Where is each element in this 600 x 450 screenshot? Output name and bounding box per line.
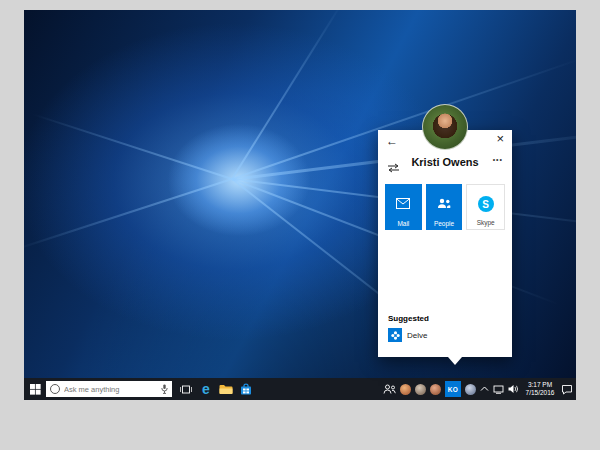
store-icon <box>240 383 252 395</box>
screenshot-frame: e <box>0 0 600 450</box>
more-options-button[interactable]: ••• <box>493 156 503 163</box>
people-bar-icon[interactable] <box>383 384 396 394</box>
people-flyout: ← × Kristi Owens ••• Mail <box>378 130 512 357</box>
taskbar-clock[interactable]: 3:17 PM 7/15/2016 <box>523 381 557 398</box>
mail-app-tile[interactable]: Mail <box>385 184 422 230</box>
back-button[interactable]: ← <box>386 135 398 147</box>
app-tiles: Mail People S Skype <box>385 184 505 230</box>
delve-label: Delve <box>407 331 427 340</box>
task-view-icon <box>179 384 193 395</box>
pinned-contact-ko-badge[interactable]: KO <box>445 381 461 397</box>
skype-icon: S <box>478 196 494 212</box>
suggested-item-delve[interactable]: Delve <box>388 328 427 342</box>
pinned-contact-avatar[interactable] <box>465 384 476 395</box>
pinned-contact-avatar[interactable] <box>415 384 426 395</box>
edge-icon: e <box>202 382 210 396</box>
network-icon[interactable] <box>493 385 504 394</box>
people-tile-label: People <box>426 220 463 227</box>
people-icon <box>437 195 451 213</box>
file-explorer-button[interactable] <box>216 378 236 400</box>
folder-icon <box>219 384 233 395</box>
task-view-button[interactable] <box>176 378 196 400</box>
pinned-contact-avatar[interactable] <box>430 384 441 395</box>
windows-logo-icon <box>30 384 41 395</box>
taskbar: e <box>24 378 576 400</box>
mail-tile-label: Mail <box>385 220 422 227</box>
pinned-contact-avatar[interactable] <box>400 384 411 395</box>
cortana-search-box[interactable] <box>46 381 172 397</box>
start-button[interactable] <box>24 378 46 400</box>
action-center-icon[interactable] <box>561 384 573 395</box>
chevron-up-icon[interactable] <box>480 386 489 392</box>
mail-icon <box>396 195 410 213</box>
volume-icon[interactable] <box>508 384 519 394</box>
skype-app-tile[interactable]: S Skype <box>466 184 505 230</box>
system-tray: KO 3:17 PM 7/15/2016 <box>383 378 576 400</box>
switch-contact-button[interactable] <box>387 159 400 177</box>
clock-date: 7/15/2016 <box>523 389 557 397</box>
people-app-tile[interactable]: People <box>426 184 463 230</box>
swap-arrows-icon <box>387 163 400 173</box>
search-input[interactable] <box>60 385 161 394</box>
contact-photo-avatar <box>422 104 468 150</box>
microphone-icon[interactable] <box>161 384 168 394</box>
edge-button[interactable]: e <box>196 378 216 400</box>
flyout-pointer-arrow <box>448 357 462 365</box>
delve-icon <box>388 328 402 342</box>
close-button[interactable]: × <box>496 132 504 145</box>
clock-time: 3:17 PM <box>523 381 557 389</box>
cortana-icon <box>50 384 60 394</box>
suggested-header: Suggested <box>388 314 429 323</box>
store-button[interactable] <box>236 378 256 400</box>
skype-tile-label: Skype <box>467 219 504 226</box>
